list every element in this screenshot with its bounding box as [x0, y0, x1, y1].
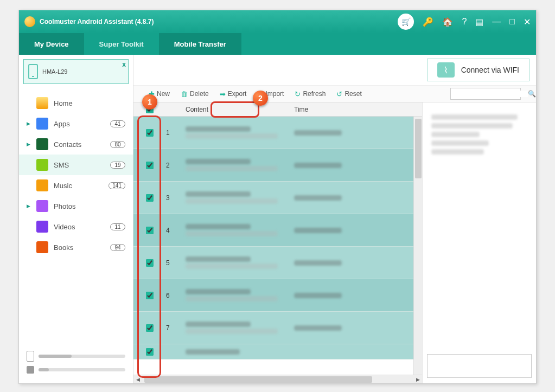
table-row[interactable]: 5 [133, 247, 413, 279]
sidebar-item-label: Photos [54, 202, 125, 210]
reset-button[interactable]: ↺Reset [336, 90, 361, 98]
contacts-icon [36, 138, 48, 150]
cart-icon[interactable]: 🛒 [398, 14, 414, 30]
wifi-icon: ⌇ [437, 62, 455, 78]
table-row[interactable]: 3 [133, 182, 413, 214]
reply-input[interactable] [427, 354, 532, 378]
app-window: Coolmuster Android Assistant (4.8.7) 🛒 🔑… [18, 10, 537, 384]
annotation-marker-2: 2 [253, 91, 268, 106]
storage-indicators [19, 345, 133, 383]
sidebar-item-label: Apps [54, 120, 105, 128]
tab-my-device[interactable]: My Device [19, 33, 84, 55]
column-time[interactable]: Time [294, 106, 422, 113]
sidebar-item-music[interactable]: ▶Music141 [19, 175, 133, 196]
tab-mobile-transfer[interactable]: Mobile Transfer [159, 33, 241, 55]
sidebar-item-photos[interactable]: ▶Photos [19, 196, 133, 216]
device-badge[interactable]: HMA-L29 x [23, 59, 129, 84]
horizontal-scrollbar[interactable]: ◀▶ [133, 375, 422, 383]
app-title: Coolmuster Android Assistant (4.8.7) [40, 18, 154, 25]
search-box[interactable]: 🔍 [450, 88, 521, 100]
help-icon[interactable]: ? [462, 17, 467, 27]
count-badge: 11 [110, 223, 125, 230]
annotation-marker-1: 1 [142, 94, 157, 110]
table-row[interactable]: 7 [133, 312, 413, 344]
row-number: 4 [166, 227, 186, 234]
detail-content-blurred [423, 102, 536, 166]
row-number: 1 [166, 129, 186, 137]
phone-icon [28, 64, 38, 79]
sms-rows: 1234567 [133, 117, 413, 375]
row-time-blurred [294, 291, 413, 300]
delete-button[interactable]: 🗑Delete [181, 90, 209, 98]
row-content-blurred [186, 125, 294, 140]
device-name: HMA-L29 [42, 68, 67, 75]
row-checkbox[interactable] [146, 227, 154, 234]
table-row[interactable]: 6 [133, 279, 413, 312]
sidebar-item-home[interactable]: ▶Home [19, 93, 133, 113]
close-icon[interactable]: ✕ [524, 17, 531, 27]
row-checkbox[interactable] [146, 129, 154, 137]
count-badge: 141 [109, 182, 125, 189]
home-icon[interactable]: 🏠 [442, 17, 453, 27]
sidebar-item-videos[interactable]: ▶Videos11 [19, 216, 133, 237]
vertical-scrollbar[interactable] [413, 117, 422, 375]
search-icon[interactable]: 🔍 [528, 90, 536, 98]
key-icon[interactable]: 🔑 [423, 17, 433, 27]
titlebar: Coolmuster Android Assistant (4.8.7) 🛒 🔑… [19, 10, 536, 33]
apps-icon [36, 118, 48, 130]
tab-super-toolkit[interactable]: Super Toolkit [84, 33, 159, 55]
row-number: 5 [166, 259, 186, 267]
table-row[interactable] [133, 344, 413, 359]
row-checkbox[interactable] [146, 162, 154, 169]
internal-storage-icon [27, 351, 34, 362]
device-close-icon[interactable]: x [122, 61, 126, 68]
row-checkbox[interactable] [146, 324, 154, 332]
sms-table: Content Time 1234567 ◀▶ [133, 102, 422, 383]
books-icon [36, 241, 48, 253]
row-checkbox[interactable] [146, 194, 154, 202]
sidebar-item-books[interactable]: ▶Books94 [19, 237, 133, 258]
search-input[interactable] [453, 91, 528, 97]
row-time-blurred [294, 161, 413, 170]
column-headers: Content Time [133, 102, 422, 117]
row-time-blurred [294, 259, 413, 267]
row-time-blurred [294, 128, 413, 137]
row-checkbox[interactable] [146, 292, 154, 299]
row-time-blurred [294, 194, 413, 202]
maximize-icon[interactable]: □ [509, 17, 515, 27]
sidebar: HMA-L29 x ▶Home▶Apps41▶Contacts80▶SMS19▶… [19, 55, 133, 383]
count-badge: 94 [110, 244, 125, 251]
sd-card-icon [27, 366, 34, 374]
nav-list: ▶Home▶Apps41▶Contacts80▶SMS19▶Music141▶P… [19, 88, 133, 345]
sidebar-item-apps[interactable]: ▶Apps41 [19, 113, 133, 134]
minimize-icon[interactable]: — [492, 17, 501, 27]
sidebar-item-label: Home [54, 99, 125, 107]
row-number: 3 [166, 194, 186, 202]
expand-arrow-icon: ▶ [27, 142, 31, 147]
expand-arrow-icon: ▶ [27, 203, 31, 209]
app-logo-icon [24, 16, 35, 27]
sidebar-item-sms[interactable]: ▶SMS19 [19, 155, 133, 175]
sidebar-item-label: Videos [54, 223, 105, 231]
videos-icon [36, 221, 48, 233]
main-tabs: My Device Super Toolkit Mobile Transfer [19, 33, 536, 55]
refresh-button[interactable]: ↻Refresh [295, 90, 326, 98]
photos-icon [36, 200, 48, 212]
detail-panel [422, 102, 536, 383]
sidebar-item-label: Music [54, 182, 103, 190]
sd-storage-bar [27, 366, 125, 374]
sidebar-item-label: Books [54, 243, 105, 252]
sidebar-item-label: SMS [54, 161, 105, 169]
row-checkbox[interactable] [146, 259, 154, 267]
column-content[interactable]: Content [186, 106, 294, 113]
table-row[interactable]: 2 [133, 149, 413, 182]
sidebar-item-contacts[interactable]: ▶Contacts80 [19, 134, 133, 155]
table-row[interactable]: 4 [133, 214, 413, 247]
table-row[interactable]: 1 [133, 117, 413, 149]
expand-arrow-icon: ▶ [27, 121, 31, 126]
connect-wifi-button[interactable]: ⌇ Connect via WIFI [427, 59, 530, 81]
export-button[interactable]: ➡Export [220, 90, 247, 98]
row-number: 7 [166, 324, 186, 332]
feedback-icon[interactable]: ▤ [475, 17, 483, 27]
row-checkbox[interactable] [146, 348, 154, 356]
